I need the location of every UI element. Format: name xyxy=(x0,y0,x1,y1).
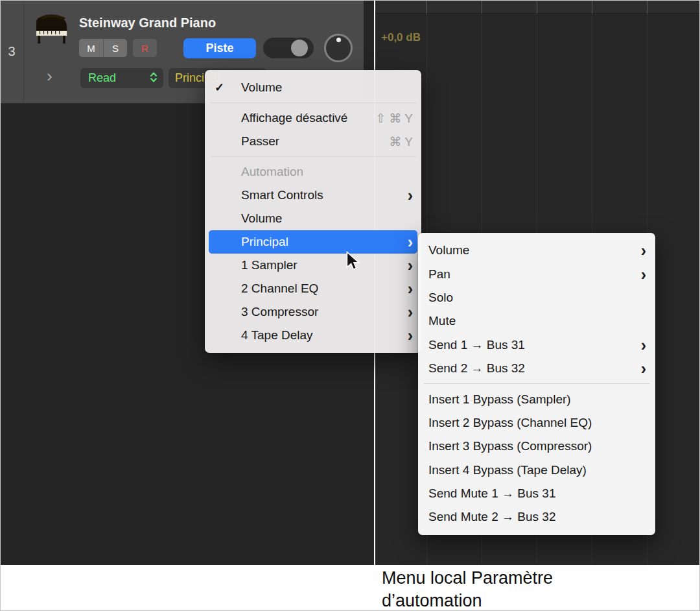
submenu-item-insert-1-bypass[interactable]: Insert 1 Bypass (Sampler) xyxy=(418,387,655,411)
menu-item-volume-checked[interactable]: ✓ Volume xyxy=(205,76,421,99)
caption-line-2: d’automation xyxy=(382,590,553,611)
submenu-item-insert-2-bypass[interactable]: Insert 2 Bypass (Channel EQ) xyxy=(418,411,655,435)
menu-item-label: Insert 4 Bypass (Tape Delay) xyxy=(428,463,587,477)
menu-item-label: Send 1 → Bus 31 xyxy=(428,338,525,352)
submenu-item-mute[interactable]: Mute xyxy=(418,309,655,333)
shortcut-label: ⇧ ⌘ Y xyxy=(375,111,413,126)
menu-item-label: Pan xyxy=(428,267,450,282)
submenu-item-pan[interactable]: Pan › xyxy=(418,262,655,285)
menu-item-label: Principal xyxy=(241,235,288,249)
menu-separator xyxy=(424,383,649,384)
menu-item-label: 2 Channel EQ xyxy=(241,282,318,296)
menu-item-4-tape-delay[interactable]: 4 Tape Delay › xyxy=(205,324,421,347)
submenu-item-send-mute-2[interactable]: Send Mute 2 → Bus 32 xyxy=(418,505,655,529)
menu-item-2-channel-eq[interactable]: 2 Channel EQ › xyxy=(205,277,421,300)
mouse-cursor-icon xyxy=(344,251,362,274)
automation-mode-select[interactable]: Read xyxy=(80,68,163,88)
updown-chevrons-icon xyxy=(150,71,158,86)
menu-item-label: Volume xyxy=(428,243,469,258)
menu-item-label: Insert 2 Bypass (Channel EQ) xyxy=(428,416,592,430)
automation-db-readout: +0,0 dB xyxy=(381,31,421,44)
ruler-tick xyxy=(482,0,482,14)
submenu-item-send-2[interactable]: Send 2 → Bus 32 › xyxy=(418,357,655,380)
track-on-off-toggle[interactable] xyxy=(263,38,314,58)
menu-item-label: Send Mute 1 → Bus 31 xyxy=(428,486,555,501)
menu-item-display-off[interactable]: Affichage désactivé ⇧ ⌘ Y xyxy=(205,106,421,130)
track-title: Steinway Grand Piano xyxy=(79,16,216,30)
submenu-item-insert-3-bypass[interactable]: Insert 3 Bypass (Compressor) xyxy=(418,435,655,458)
menu-separator xyxy=(211,156,415,157)
submenu-arrow-icon: › xyxy=(635,244,646,257)
caption-line-1: Menu local Paramètre xyxy=(382,567,553,590)
knob-pointer xyxy=(336,38,341,42)
submenu-arrow-icon: › xyxy=(401,235,413,248)
menu-item-label: Smart Controls xyxy=(241,188,323,202)
principal-submenu: Volume › Pan › Solo Mute Send 1 → Bus 31… xyxy=(418,233,655,535)
mute-button[interactable]: M xyxy=(79,39,103,57)
menu-item-label: 4 Tape Delay xyxy=(241,328,313,342)
automation-parameter-menu: ✓ Volume Affichage désactivé ⇧ ⌘ Y Passe… xyxy=(205,70,421,353)
submenu-arrow-icon: › xyxy=(635,362,646,375)
menu-item-label: Mute xyxy=(428,314,456,328)
disclosure-arrow-icon[interactable]: › xyxy=(47,67,52,84)
track-number: 3 xyxy=(0,0,24,103)
piste-button[interactable]: Piste xyxy=(183,38,256,58)
ruler-tick xyxy=(647,0,648,14)
submenu-arrow-icon: › xyxy=(401,329,413,342)
menu-item-smart-controls[interactable]: Smart Controls › xyxy=(205,184,421,207)
menu-item-3-compressor[interactable]: 3 Compressor › xyxy=(205,300,421,324)
submenu-arrow-icon: › xyxy=(401,259,413,272)
ruler-tick xyxy=(537,0,537,14)
submenu-item-volume[interactable]: Volume › xyxy=(418,239,655,262)
menu-item-label: Insert 3 Bypass (Compressor) xyxy=(428,439,592,453)
menu-item-passer[interactable]: Passer ⌘ Y xyxy=(205,130,421,153)
menu-item-volume[interactable]: Volume xyxy=(205,207,421,230)
ruler-tick xyxy=(592,0,592,14)
submenu-item-solo[interactable]: Solo xyxy=(418,286,655,309)
menu-section-automation: Automation xyxy=(205,160,421,184)
menu-item-label: 1 Sampler xyxy=(241,258,298,272)
submenu-arrow-icon: › xyxy=(401,306,413,318)
submenu-arrow-icon: › xyxy=(635,268,646,281)
callout-caption: Menu local Paramètre d’automation xyxy=(382,567,553,611)
menu-item-label: Passer xyxy=(241,134,279,149)
menu-item-label: Insert 1 Bypass (Sampler) xyxy=(428,392,571,407)
mute-solo-group: M S xyxy=(79,39,127,57)
submenu-arrow-icon: › xyxy=(635,339,646,352)
submenu-item-send-1[interactable]: Send 1 → Bus 31 › xyxy=(418,333,655,357)
menu-item-label: Solo xyxy=(428,291,453,305)
record-enable-button[interactable]: R xyxy=(133,39,157,57)
toggle-knob xyxy=(291,40,308,56)
pan-knob[interactable] xyxy=(324,34,353,62)
timeline-ruler[interactable] xyxy=(375,0,700,14)
menu-item-principal[interactable]: Principal › xyxy=(209,230,417,254)
menu-item-label: 3 Compressor xyxy=(241,305,318,319)
ruler-tick xyxy=(426,0,427,14)
automation-mode-value: Read xyxy=(88,71,150,85)
menu-separator xyxy=(211,102,415,103)
menu-item-label: Send 2 → Bus 32 xyxy=(428,361,525,376)
submenu-arrow-icon: › xyxy=(401,189,413,202)
menu-item-1-sampler[interactable]: 1 Sampler › xyxy=(205,254,421,277)
submenu-item-insert-4-bypass[interactable]: Insert 4 Bypass (Tape Delay) xyxy=(418,459,655,482)
checkmark-icon: ✓ xyxy=(215,80,224,95)
solo-button[interactable]: S xyxy=(103,39,127,57)
submenu-arrow-icon: › xyxy=(401,282,413,295)
menu-item-label: Send Mute 2 → Bus 32 xyxy=(428,510,555,524)
menu-item-label: Volume xyxy=(241,211,282,226)
shortcut-label: ⌘ Y xyxy=(389,134,413,149)
menu-item-label: Volume xyxy=(241,80,282,95)
menu-item-label: Affichage désactivé xyxy=(241,111,347,125)
submenu-item-send-mute-1[interactable]: Send Mute 1 → Bus 31 xyxy=(418,482,655,505)
piano-icon xyxy=(32,10,70,45)
